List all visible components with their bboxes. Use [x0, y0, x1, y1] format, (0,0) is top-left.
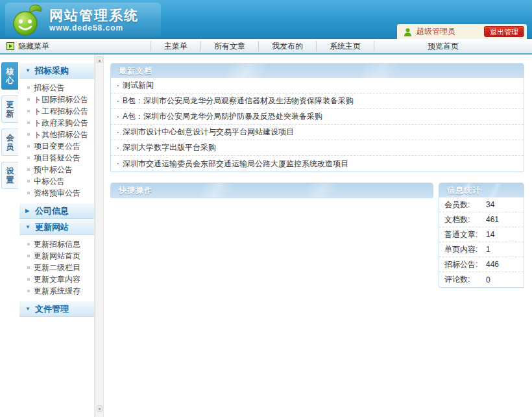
toolbar: 隐藏菜单 主菜单 所有文章 我发布的 系统主页 预览首页 [0, 39, 532, 55]
section-items: 招标公告 ト国际招标公告 ト工程招标公告 ト政府采购公告 ト其他招标公告 项目变… [19, 79, 94, 203]
stat-value: 0 [486, 275, 490, 284]
sidebar-section-bidding[interactable]: 招标采购 [19, 62, 94, 79]
sidebar-item[interactable]: 项目答疑公告 [19, 152, 94, 164]
sidebar-item[interactable]: 更新二级栏目 [19, 262, 94, 273]
scroll-up-icon[interactable]: ▲ [97, 57, 103, 63]
stats-list: 会员数: 34 文档数: 461 普通文章: 14 单页内容: 1 招标公告: [439, 197, 524, 287]
quick-actions-header: 快捷操作 [111, 183, 433, 197]
hide-menu-icon [6, 42, 14, 50]
side-tab-label: 更新 [6, 100, 14, 118]
scroll-down-icon[interactable]: ▼ [97, 405, 103, 412]
app-title: 网站管理系统 [49, 8, 139, 23]
hide-menu-button[interactable]: 隐藏菜单 [0, 41, 97, 52]
sidebar-item[interactable]: ト工程招标公告 [19, 105, 94, 117]
sidebar-section-update-site[interactable]: 更新网站 [19, 219, 94, 235]
stat-row: 普通文章: 14 [439, 227, 524, 242]
hide-menu-label: 隐藏菜单 [18, 41, 49, 52]
sidebar-item[interactable]: 项目变更公告 [19, 140, 94, 152]
side-tab-settings[interactable]: 设置 [1, 162, 18, 189]
sidebar-menu: 招标采购 招标公告 ト国际招标公告 ト工程招标公告 ト政府采购公告 ト其他招标公… [19, 55, 95, 417]
stat-row: 会员数: 34 [439, 197, 524, 212]
sidebar-item[interactable]: 更新网站首页 [19, 250, 94, 262]
sidebar-item[interactable]: ト国际招标公告 [19, 94, 94, 105]
section-title: 更新网站 [35, 221, 69, 233]
chevron-right-icon [25, 208, 32, 214]
latest-doc-item[interactable]: 测试新闻 [111, 78, 524, 94]
logo-smiley-icon [12, 4, 43, 36]
sidebar-section-company-info[interactable]: 公司信息 [19, 203, 94, 219]
latest-doc-item[interactable]: 深圳市设计中心创意设计与交易平台网站建设项目 [111, 125, 524, 140]
sidebar-item[interactable]: 中标公告 [19, 175, 94, 187]
section-title: 招标采购 [35, 65, 69, 77]
lower-panels-row: 快捷操作 信息统计 会员数: 34 文档数: 461 普通文章: 14 单页内容… [110, 183, 524, 288]
stat-row: 评论数: 0 [439, 272, 524, 287]
stat-label: 评论数: [444, 274, 486, 285]
nav-item-preview-home[interactable]: 预览首页 [415, 41, 472, 51]
stat-value: 14 [486, 230, 494, 239]
stat-value: 461 [486, 215, 499, 224]
stat-label: 单页内容: [444, 244, 486, 255]
latest-doc-item[interactable]: 深圳大学数字出版平台采购 [111, 140, 524, 156]
brand-text: 网站管理系统 www.dede58.com [49, 8, 139, 32]
side-tab-bar: 核心 更新 会员 设置 [1, 62, 19, 195]
section-title: 公司信息 [35, 205, 69, 217]
side-tab-member[interactable]: 会员 [1, 129, 18, 156]
sidebar-item[interactable]: 预中标公告 [19, 164, 94, 175]
sidebar-item[interactable]: 更新系统缓存 [19, 285, 94, 297]
section-title: 文件管理 [35, 303, 69, 315]
stat-label: 招标公告: [444, 259, 486, 270]
stat-label: 普通文章: [444, 229, 486, 240]
brand: 网站管理系统 www.dede58.com [5, 3, 161, 37]
section-items: 更新招标信息 更新网站首页 更新二级栏目 更新文章内容 更新系统缓存 [19, 235, 94, 301]
side-tab-core[interactable]: 核心 [1, 62, 18, 90]
top-nav: 主菜单 所有文章 我发布的 系统主页 预览首页 [151, 41, 472, 51]
side-tab-label: 设置 [6, 166, 14, 184]
chevron-down-icon [25, 68, 32, 73]
stat-row: 单页内容: 1 [439, 242, 524, 257]
quick-actions-panel: 快捷操作 [110, 183, 433, 198]
sidebar-item[interactable]: 更新招标信息 [19, 238, 94, 250]
sidebar-item[interactable]: 招标公告 [19, 82, 94, 94]
stat-row: 招标公告: 446 [439, 257, 524, 272]
stat-value: 34 [486, 200, 494, 209]
stat-value: 446 [486, 260, 499, 269]
stat-value: 1 [486, 245, 490, 254]
side-tab-update[interactable]: 更新 [1, 95, 18, 123]
user-name: 超级管理员 [417, 26, 455, 37]
app-subtitle: www.dede58.com [49, 23, 139, 32]
stat-row: 文档数: 461 [439, 212, 524, 227]
side-tab-label: 核心 [6, 67, 14, 85]
sidebar-scrollbar[interactable]: ▲ ▼ [95, 55, 104, 417]
nav-item-system-home[interactable]: 系统主页 [317, 41, 374, 51]
latest-doc-item[interactable]: B包：深圳市公安局龙华分局观察通信器材及生活物资保障装备采购 [111, 94, 524, 109]
nav-item-main-menu[interactable]: 主菜单 [151, 41, 201, 51]
sidebar-section-file-management[interactable]: 文件管理 [19, 301, 94, 317]
latest-doc-item[interactable]: A包：深圳市公安局龙华分局防护防暴及反恐处突装备采购 [111, 109, 524, 125]
nav-item-my-posts[interactable]: 我发布的 [259, 41, 317, 51]
stat-label: 会员数: [444, 199, 486, 210]
latest-docs-list: 测试新闻 B包：深圳市公安局龙华分局观察通信器材及生活物资保障装备采购 A包：深… [111, 78, 524, 171]
stat-label: 文档数: [444, 214, 486, 225]
chevron-down-icon [25, 224, 32, 230]
chevron-down-icon [25, 306, 32, 312]
sidebar-item[interactable]: 更新文章内容 [19, 273, 94, 285]
side-tab-label: 会员 [6, 133, 14, 151]
main-content: 最新文档 测试新闻 B包：深圳市公安局龙华分局观察通信器材及生活物资保障装备采购… [110, 63, 524, 288]
latest-docs-header: 最新文档 [111, 64, 524, 78]
sidebar-item[interactable]: ト政府采购公告 [19, 117, 94, 129]
sidebar-item[interactable]: ト其他招标公告 [19, 129, 94, 140]
nav-item-all-articles[interactable]: 所有文章 [201, 41, 259, 51]
stats-header: 信息统计 [439, 183, 524, 197]
sidebar-item[interactable]: 资格预审公告 [19, 187, 94, 199]
user-panel: 超级管理员 退出管理 [397, 24, 527, 39]
stats-panel: 信息统计 会员数: 34 文档数: 461 普通文章: 14 单页内容: 1 [439, 183, 524, 288]
logout-button[interactable]: 退出管理 [484, 26, 524, 37]
latest-doc-item[interactable]: 深圳市交通运输委员会东部交通运输局公路大厦监控系统改造项目 [111, 156, 524, 171]
latest-docs-panel: 最新文档 测试新闻 B包：深圳市公安局龙华分局观察通信器材及生活物资保障装备采购… [110, 63, 524, 172]
app-header: 网站管理系统 www.dede58.com 超级管理员 退出管理 [0, 0, 532, 39]
user-icon [404, 27, 412, 36]
